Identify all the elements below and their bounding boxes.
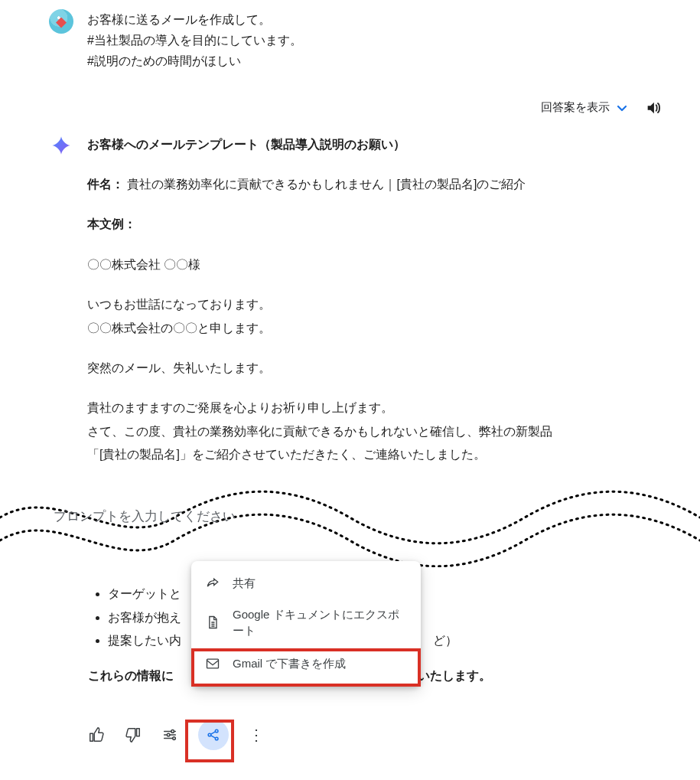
body-line: さて、この度、貴社の業務効率化に貢献できるかもしれないと確信し、弊社の新製品 (87, 420, 669, 443)
assistant-avatar (49, 133, 73, 158)
thumbs-up-button[interactable] (88, 726, 105, 743)
menu-label: 共有 (233, 575, 256, 591)
menu-item-gmail-draft[interactable]: Gmail で下書きを作成 (191, 646, 421, 680)
user-message: お客様に送るメールを作成して。 #当社製品の導入を目的にしています。 #説明のた… (87, 9, 302, 72)
body-example-label: 本文例： (87, 213, 669, 236)
menu-item-share[interactable]: 共有 (191, 567, 421, 599)
subject-text: 貴社の業務効率化に貢献できるかもしれません｜[貴社の製品名]のご紹介 (127, 178, 526, 191)
chevron-down-icon (616, 102, 628, 114)
menu-label: Gmail で下書きを作成 (233, 655, 346, 671)
user-line: お客様に送るメールを作成して。 (87, 9, 302, 30)
svg-point-1 (171, 729, 174, 733)
share-arrow-icon (205, 576, 220, 591)
body-line: 〇〇株式会社 〇〇様 (87, 253, 669, 276)
body-line: 貴社のますますのご発展を心よりお祈り申し上げます。 (87, 397, 669, 419)
share-button[interactable] (198, 720, 229, 750)
svg-point-5 (215, 729, 218, 733)
ghost-prompt-text: プロンプトを入力してください (54, 507, 236, 525)
tune-button[interactable] (161, 726, 178, 743)
response-title: お客様へのメールテンプレート（製品導入説明のお願い） (87, 133, 669, 156)
user-line: #当社製品の導入を目的にしています。 (87, 30, 302, 51)
user-line: #説明のための時間がほしい (87, 51, 302, 71)
body-line: 〇〇株式会社の〇〇と申します。 (87, 317, 669, 340)
subject-label: 件名： (87, 178, 124, 191)
thumbs-down-button[interactable] (125, 726, 142, 743)
svg-rect-0 (207, 659, 219, 668)
truncation-divider: プロンプトを入力してください (0, 475, 700, 567)
document-icon (205, 615, 220, 630)
show-answer-drafts-button[interactable]: 回答案を表示 (541, 100, 628, 115)
user-avatar (49, 9, 73, 34)
share-menu: 共有 Google ドキュメントにエクスポート Gmail で下書きを作成 (191, 561, 421, 687)
body-line: いつもお世話になっております。 (87, 293, 669, 316)
show-answer-drafts-label: 回答案を表示 (541, 100, 610, 115)
gmail-icon (205, 656, 220, 671)
menu-item-export-docs[interactable]: Google ドキュメントにエクスポート (191, 599, 421, 646)
speaker-icon[interactable] (645, 100, 662, 116)
assistant-message: お客様へのメールテンプレート（製品導入説明のお願い） 件名： 貴社の業務効率化に… (87, 133, 669, 484)
svg-point-4 (208, 733, 211, 736)
svg-point-3 (173, 736, 176, 739)
svg-point-6 (215, 737, 218, 740)
menu-label: Google ドキュメントにエクスポート (233, 606, 407, 638)
svg-point-2 (167, 733, 170, 736)
body-line: 突然のメール、失礼いたします。 (87, 357, 669, 380)
body-line: 「[貴社の製品名]」をご紹介させていただきたく、ご連絡いたしました。 (87, 443, 669, 466)
